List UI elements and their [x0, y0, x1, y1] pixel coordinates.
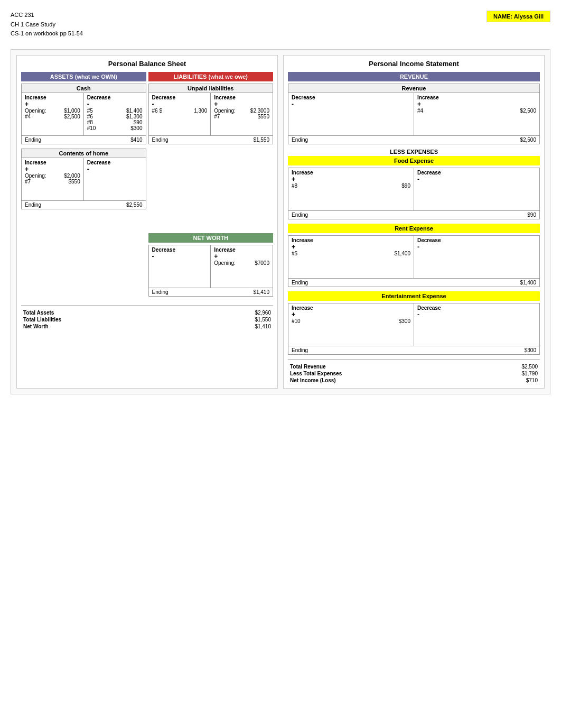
entertainment-t-account: Increase + #10 $300 Decrease - Ending $3… [288, 303, 540, 355]
contents-right: Decrease - [84, 158, 146, 200]
cash-entry6: #6 $1,300 [87, 114, 143, 119]
spacer [148, 149, 274, 233]
ent-e10-value: $300 [399, 318, 410, 324]
net-worth-summary-label: Net Worth [23, 324, 49, 329]
cash-e6-label: #6 [87, 114, 93, 119]
rent-decrease-label: Decrease [417, 237, 536, 243]
main-container: Personal Balance Sheet ASSETS (what we O… [11, 49, 550, 394]
cash-plus-sign: + [25, 100, 80, 108]
liabilities-left: Decrease - #6 $ 1,300 [149, 93, 211, 135]
revenue-title: Revenue [288, 84, 539, 93]
contents-title: Contents of home [22, 149, 146, 158]
liabilities-decrease-label: Decrease [152, 95, 208, 100]
rent-left: Increase + #5 $1,400 [288, 236, 414, 278]
net-income-row: Net Income (Loss) $710 [288, 377, 540, 384]
contents-ending-label: Ending [25, 202, 41, 208]
food-right: Decrease - [414, 168, 539, 210]
networth-t-account: Decrease - Increase + Opening: $7000 [148, 245, 274, 297]
header: ACC 231 CH 1 Case Study CS-1 on workbook… [11, 11, 550, 39]
cash-opening-value: $1,000 [64, 108, 80, 114]
rent-entry5: #5 $1,400 [292, 251, 410, 256]
less-expenses-heading: LESS EXPENSES [288, 149, 540, 155]
contents-e7-label: #7 [25, 179, 31, 185]
rent-header: Rent Expense [288, 224, 540, 233]
revenue-plus-sign: + [417, 100, 536, 108]
food-ending-label: Ending [292, 212, 308, 218]
assignment-line: CS-1 on workbook pp 51-54 [11, 29, 83, 39]
entertainment-decrease-label: Decrease [417, 305, 536, 311]
rent-t-account: Increase + #5 $1,400 Decrease - Ending $… [288, 235, 540, 287]
liab-e7-label: #7 [214, 114, 220, 119]
food-t-account: Increase + #8 $90 Decrease - Ending $90 [288, 168, 540, 219]
chapter-line: CH 1 Case Study [11, 20, 83, 30]
rent-ending-value: $1,400 [520, 280, 536, 285]
rent-ending: Ending $1,400 [288, 278, 539, 287]
income-statement-title: Personal Income Statement [288, 60, 540, 68]
cash-e10-value: $300 [130, 125, 142, 131]
liabilities-entry7: #7 $550 [214, 114, 269, 119]
net-worth-summary-value: $1,410 [255, 324, 271, 329]
entertainment-right: Decrease - [414, 303, 539, 346]
total-revenue-label: Total Revenue [290, 364, 326, 370]
food-body: Increase + #8 $90 Decrease - [288, 168, 539, 210]
networth-opening: Opening: $7000 [214, 260, 269, 266]
rent-increase-label: Increase [292, 237, 410, 243]
liabilities-right: Increase + Opening: $2,3000 #7 $550 [211, 93, 273, 135]
nw-ending-label: Ending [152, 289, 169, 295]
liabilities-title: Unpaid liabilities [149, 84, 273, 93]
rent-body: Increase + #5 $1,400 Decrease - [288, 236, 539, 278]
rev-e4-value: $2,500 [520, 108, 536, 114]
income-statement-summary: Total Revenue $2,500 Less Total Expenses… [288, 359, 540, 384]
cash-e5-value: $1,400 [126, 108, 143, 114]
liab-ending-value: $1,550 [253, 137, 269, 143]
contents-opening-value: $2,000 [64, 173, 80, 179]
food-plus-sign: + [292, 176, 410, 183]
revenue-right: Increase + #4 $2,500 [414, 93, 539, 135]
nw-opening-value: $7000 [255, 260, 269, 266]
less-total-expenses-value: $1,790 [521, 371, 538, 376]
contents-ending: Ending $2,550 [22, 200, 146, 209]
cash-increase-label: Increase [25, 95, 80, 100]
contents-opening: Opening: $2,000 [25, 173, 80, 179]
entertainment-ending: Ending $300 [288, 346, 539, 354]
cash-ending: Ending $410 [22, 135, 146, 144]
assets-header: ASSETS (what we OWN) [21, 72, 146, 81]
revenue-increase-label: Increase [417, 95, 536, 100]
total-liabilities-label: Total Liabilities [23, 317, 61, 322]
food-minus-sign: - [417, 176, 536, 183]
cash-entry4: #4 $2,500 [25, 114, 80, 119]
rev-e4-label: #4 [417, 108, 423, 114]
entertainment-entry10: #10 $300 [292, 318, 410, 324]
entertainment-minus-sign: - [417, 311, 536, 318]
food-left: Increase + #8 $90 [288, 168, 414, 210]
liab-e6-label: #6 $ [152, 108, 162, 114]
cash-e6-value: $1,300 [126, 114, 143, 119]
food-header: Food Expense [288, 156, 540, 165]
assets-column: ASSETS (what we OWN) Cash Increase + Ope… [21, 72, 146, 301]
liabilities-header: LIABILITIES (what we owe) [148, 72, 274, 81]
liabilities-entry6: #6 $ 1,300 [152, 108, 208, 114]
liab-e6-value: 1,300 [194, 108, 207, 114]
rent-e5-label: #5 [292, 251, 297, 256]
liab-ending-label: Ending [152, 137, 169, 143]
cash-left: Increase + Opening: $1,000 #4 $2,500 [22, 93, 84, 135]
revenue-left: Decrease - [288, 93, 414, 135]
cash-right: Decrease - #5 $1,400 #6 $1,300 [84, 93, 146, 135]
networth-right: Increase + Opening: $7000 [211, 245, 273, 288]
rev-ending-value: $2,500 [520, 137, 536, 143]
contents-body: Increase + Opening: $2,000 #7 $550 [22, 158, 146, 200]
cash-decrease-label: Decrease [87, 95, 143, 100]
food-entry8: #8 $90 [292, 183, 410, 189]
revenue-t-account: Revenue Decrease - Increase + #4 $2,500 … [288, 84, 540, 144]
contents-increase-label: Increase [25, 160, 80, 165]
nw-ending-value: $1,410 [253, 289, 269, 295]
liabilities-plus-sign: + [214, 100, 269, 108]
networth-plus-sign: + [214, 253, 269, 260]
cash-entry8: #8 $90 [87, 119, 143, 125]
liabilities-ending: Ending $1,550 [149, 135, 273, 144]
networth-left: Decrease - [149, 245, 211, 288]
cash-e5-label: #5 [87, 108, 93, 114]
liab-e7-value: $550 [258, 114, 269, 119]
ent-ending-value: $300 [525, 347, 536, 353]
networth-header: NET WORTH [148, 233, 274, 243]
